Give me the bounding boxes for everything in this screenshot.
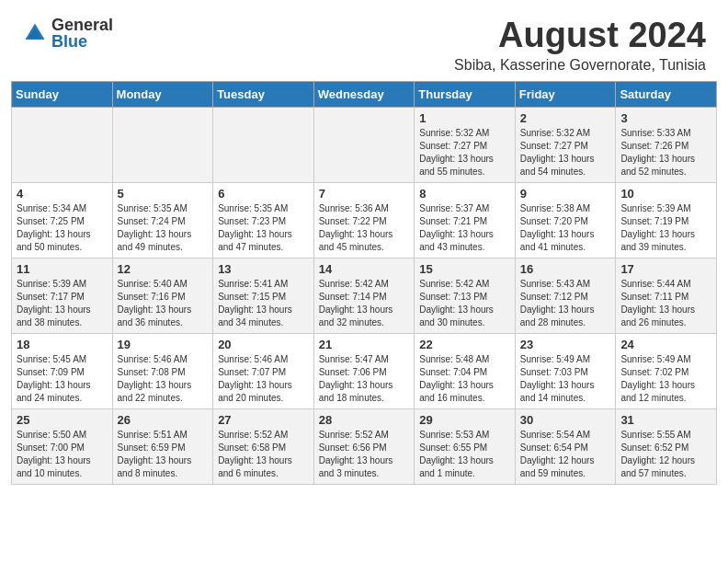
day-number: 1 xyxy=(419,111,510,125)
calendar-cell: 6Sunrise: 5:35 AM Sunset: 7:23 PM Daylig… xyxy=(213,182,314,258)
day-number: 22 xyxy=(419,338,510,351)
header-cell-tuesday: Tuesday xyxy=(213,81,314,107)
calendar-table: SundayMondayTuesdayWednesdayThursdayFrid… xyxy=(11,81,717,485)
day-number: 17 xyxy=(620,262,711,276)
day-info: Sunrise: 5:44 AM Sunset: 7:11 PM Dayligh… xyxy=(620,278,711,329)
calendar-cell: 5Sunrise: 5:35 AM Sunset: 7:24 PM Daylig… xyxy=(112,182,213,258)
calendar-cell: 4Sunrise: 5:34 AM Sunset: 7:25 PM Daylig… xyxy=(12,182,113,258)
day-number: 3 xyxy=(620,111,711,125)
day-info: Sunrise: 5:34 AM Sunset: 7:25 PM Dayligh… xyxy=(17,202,108,254)
day-number: 23 xyxy=(520,338,611,351)
calendar-cell: 15Sunrise: 5:42 AM Sunset: 7:13 PM Dayli… xyxy=(415,258,516,333)
day-number: 15 xyxy=(419,262,510,276)
day-info: Sunrise: 5:40 AM Sunset: 7:16 PM Dayligh… xyxy=(118,278,209,329)
day-number: 30 xyxy=(520,413,611,427)
calendar-cell: 27Sunrise: 5:52 AM Sunset: 6:58 PM Dayli… xyxy=(213,408,314,484)
calendar-week-row: 4Sunrise: 5:34 AM Sunset: 7:25 PM Daylig… xyxy=(12,182,717,258)
day-number: 13 xyxy=(218,262,309,276)
day-info: Sunrise: 5:48 AM Sunset: 7:04 PM Dayligh… xyxy=(419,353,510,405)
header-cell-sunday: Sunday xyxy=(12,81,113,107)
calendar-cell: 29Sunrise: 5:53 AM Sunset: 6:55 PM Dayli… xyxy=(415,408,516,484)
day-info: Sunrise: 5:54 AM Sunset: 6:54 PM Dayligh… xyxy=(520,429,611,480)
day-info: Sunrise: 5:47 AM Sunset: 7:06 PM Dayligh… xyxy=(319,353,410,405)
calendar-cell: 18Sunrise: 5:45 AM Sunset: 7:09 PM Dayli… xyxy=(12,333,113,408)
calendar-cell: 8Sunrise: 5:37 AM Sunset: 7:21 PM Daylig… xyxy=(415,182,516,258)
calendar-cell: 20Sunrise: 5:46 AM Sunset: 7:07 PM Dayli… xyxy=(213,333,314,408)
header-cell-monday: Monday xyxy=(112,81,213,107)
calendar-header: SundayMondayTuesdayWednesdayThursdayFrid… xyxy=(12,81,717,107)
calendar-container: SundayMondayTuesdayWednesdayThursdayFrid… xyxy=(0,81,728,496)
calendar-cell: 22Sunrise: 5:48 AM Sunset: 7:04 PM Dayli… xyxy=(415,333,516,408)
calendar-cell xyxy=(313,107,415,182)
day-number: 27 xyxy=(218,413,309,427)
calendar-body: 1Sunrise: 5:32 AM Sunset: 7:27 PM Daylig… xyxy=(12,107,717,484)
day-number: 29 xyxy=(419,413,510,427)
logo: General Blue xyxy=(22,17,113,50)
calendar-cell: 16Sunrise: 5:43 AM Sunset: 7:12 PM Dayli… xyxy=(515,258,616,333)
day-info: Sunrise: 5:35 AM Sunset: 7:23 PM Dayligh… xyxy=(218,202,309,254)
day-info: Sunrise: 5:37 AM Sunset: 7:21 PM Dayligh… xyxy=(419,202,510,254)
header-cell-saturday: Saturday xyxy=(616,81,717,107)
calendar-cell: 31Sunrise: 5:55 AM Sunset: 6:52 PM Dayli… xyxy=(616,408,717,484)
logo-general-label: General xyxy=(51,17,113,33)
day-number: 2 xyxy=(520,111,611,125)
day-info: Sunrise: 5:32 AM Sunset: 7:27 PM Dayligh… xyxy=(520,127,611,178)
day-number: 28 xyxy=(319,413,410,427)
logo-icon xyxy=(22,20,48,46)
page-header: General Blue August 2024 Sbiba, Kasserin… xyxy=(0,0,728,81)
day-number: 12 xyxy=(118,262,209,276)
location-subtitle: Sbiba, Kasserine Governorate, Tunisia xyxy=(454,57,706,74)
day-number: 16 xyxy=(520,262,611,276)
day-info: Sunrise: 5:36 AM Sunset: 7:22 PM Dayligh… xyxy=(319,202,410,254)
calendar-week-row: 18Sunrise: 5:45 AM Sunset: 7:09 PM Dayli… xyxy=(12,333,717,408)
title-block: August 2024 Sbiba, Kasserine Governorate… xyxy=(454,17,706,74)
day-info: Sunrise: 5:38 AM Sunset: 7:20 PM Dayligh… xyxy=(520,202,611,254)
calendar-cell: 2Sunrise: 5:32 AM Sunset: 7:27 PM Daylig… xyxy=(515,107,616,182)
day-info: Sunrise: 5:41 AM Sunset: 7:15 PM Dayligh… xyxy=(218,278,309,329)
day-number: 4 xyxy=(17,187,108,201)
calendar-cell: 3Sunrise: 5:33 AM Sunset: 7:26 PM Daylig… xyxy=(616,107,717,182)
logo-blue-label: Blue xyxy=(51,33,113,50)
calendar-cell: 28Sunrise: 5:52 AM Sunset: 6:56 PM Dayli… xyxy=(313,408,415,484)
calendar-week-row: 25Sunrise: 5:50 AM Sunset: 7:00 PM Dayli… xyxy=(12,408,717,484)
calendar-cell xyxy=(12,107,113,182)
day-info: Sunrise: 5:52 AM Sunset: 6:56 PM Dayligh… xyxy=(319,429,410,480)
day-info: Sunrise: 5:52 AM Sunset: 6:58 PM Dayligh… xyxy=(218,429,309,480)
calendar-cell: 19Sunrise: 5:46 AM Sunset: 7:08 PM Dayli… xyxy=(112,333,213,408)
day-number: 18 xyxy=(17,338,108,351)
day-info: Sunrise: 5:35 AM Sunset: 7:24 PM Dayligh… xyxy=(118,202,209,254)
calendar-cell: 23Sunrise: 5:49 AM Sunset: 7:03 PM Dayli… xyxy=(515,333,616,408)
calendar-cell xyxy=(213,107,314,182)
day-info: Sunrise: 5:49 AM Sunset: 7:02 PM Dayligh… xyxy=(620,353,711,405)
calendar-cell: 30Sunrise: 5:54 AM Sunset: 6:54 PM Dayli… xyxy=(515,408,616,484)
day-number: 8 xyxy=(419,187,510,201)
day-number: 21 xyxy=(319,338,410,351)
day-info: Sunrise: 5:55 AM Sunset: 6:52 PM Dayligh… xyxy=(620,429,711,480)
day-number: 19 xyxy=(118,338,209,351)
day-number: 10 xyxy=(620,187,711,201)
calendar-cell: 10Sunrise: 5:39 AM Sunset: 7:19 PM Dayli… xyxy=(616,182,717,258)
day-info: Sunrise: 5:49 AM Sunset: 7:03 PM Dayligh… xyxy=(520,353,611,405)
day-info: Sunrise: 5:42 AM Sunset: 7:14 PM Dayligh… xyxy=(319,278,410,329)
calendar-cell: 11Sunrise: 5:39 AM Sunset: 7:17 PM Dayli… xyxy=(12,258,113,333)
calendar-cell: 12Sunrise: 5:40 AM Sunset: 7:16 PM Dayli… xyxy=(112,258,213,333)
day-info: Sunrise: 5:39 AM Sunset: 7:19 PM Dayligh… xyxy=(620,202,711,254)
day-info: Sunrise: 5:46 AM Sunset: 7:08 PM Dayligh… xyxy=(118,353,209,405)
day-info: Sunrise: 5:51 AM Sunset: 6:59 PM Dayligh… xyxy=(118,429,209,480)
calendar-cell: 24Sunrise: 5:49 AM Sunset: 7:02 PM Dayli… xyxy=(616,333,717,408)
day-info: Sunrise: 5:46 AM Sunset: 7:07 PM Dayligh… xyxy=(218,353,309,405)
day-info: Sunrise: 5:50 AM Sunset: 7:00 PM Dayligh… xyxy=(17,429,108,480)
day-info: Sunrise: 5:42 AM Sunset: 7:13 PM Dayligh… xyxy=(419,278,510,329)
calendar-cell: 9Sunrise: 5:38 AM Sunset: 7:20 PM Daylig… xyxy=(515,182,616,258)
day-number: 31 xyxy=(620,413,711,427)
day-info: Sunrise: 5:39 AM Sunset: 7:17 PM Dayligh… xyxy=(17,278,108,329)
header-row: SundayMondayTuesdayWednesdayThursdayFrid… xyxy=(12,81,717,107)
logo-text: General Blue xyxy=(51,17,113,50)
day-number: 9 xyxy=(520,187,611,201)
day-number: 14 xyxy=(319,262,410,276)
header-cell-thursday: Thursday xyxy=(415,81,516,107)
day-number: 26 xyxy=(118,413,209,427)
calendar-cell: 13Sunrise: 5:41 AM Sunset: 7:15 PM Dayli… xyxy=(213,258,314,333)
day-number: 6 xyxy=(218,187,309,201)
calendar-cell: 14Sunrise: 5:42 AM Sunset: 7:14 PM Dayli… xyxy=(313,258,415,333)
